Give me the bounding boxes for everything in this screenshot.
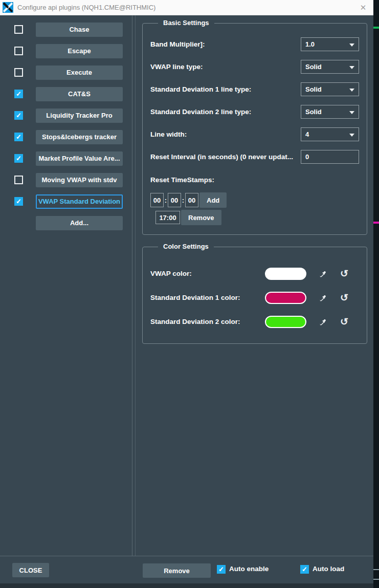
- sidebar-divider-2: [135, 15, 136, 556]
- color-settings-title: Color Settings: [158, 243, 214, 250]
- color-setting-label: VWAP color:: [150, 270, 192, 277]
- color-swatch[interactable]: [265, 268, 306, 280]
- chart-gray-line-1: [373, 569, 379, 570]
- plugin-button[interactable]: CAT&S: [36, 87, 123, 101]
- plugin-config-dialog: ChaseEscapeExecute✓CAT&S✓Liquidity Track…: [0, 15, 373, 583]
- setting-dropdown[interactable]: Solid: [301, 105, 359, 119]
- color-picker-icon[interactable]: [317, 316, 328, 328]
- sidebar-divider: [132, 15, 132, 556]
- chevron-down-icon: [349, 43, 354, 47]
- chevron-down-icon: [349, 111, 354, 114]
- auto-enable-label: Auto enable: [229, 565, 269, 573]
- chart-green-line: [373, 27, 379, 29]
- setting-label: Band Multiplier]:: [150, 40, 205, 48]
- window-title: Configure api plugins (NQH1.CME@RITHMIC): [17, 4, 155, 11]
- auto-enable-checkbox[interactable]: ✓: [217, 565, 226, 574]
- plugin-row: Chase: [0, 23, 132, 37]
- plugin-row: Escape: [0, 44, 132, 58]
- dropdown-value: Solid: [305, 108, 322, 116]
- background-chart-strip: [373, 0, 379, 588]
- setting-dropdown[interactable]: Solid: [301, 60, 359, 74]
- color-reset-icon[interactable]: ↺: [339, 268, 350, 279]
- setting-label: Standard Deviation 2 line type:: [150, 108, 251, 116]
- plugin-enabled-checkbox[interactable]: [14, 47, 23, 55]
- plugin-enabled-checkbox[interactable]: [14, 25, 23, 34]
- chart-gray-line-2: [373, 579, 379, 580]
- footer-divider: [0, 556, 373, 556]
- add-plugin-button[interactable]: Add...: [36, 216, 123, 230]
- input-value: 0: [305, 153, 309, 161]
- plugin-enabled-checkbox[interactable]: ✓: [14, 133, 23, 141]
- plugin-enabled-checkbox[interactable]: ✓: [14, 197, 23, 206]
- dropdown-value: Solid: [305, 85, 322, 93]
- plugin-button[interactable]: Market Profile Value Are...: [36, 151, 123, 166]
- timestamp-add-button[interactable]: Add: [199, 192, 227, 208]
- dropdown-value: Solid: [305, 63, 322, 71]
- colon-separator: :: [181, 197, 185, 204]
- chevron-down-icon: [349, 134, 354, 137]
- plugin-button[interactable]: Escape: [36, 44, 123, 58]
- plugin-button[interactable]: Chase: [36, 23, 123, 37]
- timestamp-existing-value[interactable]: 17:00: [155, 211, 180, 224]
- plugin-enabled-checkbox[interactable]: [14, 68, 23, 77]
- plugin-row: ✓Liquidity Tracker Pro: [0, 108, 132, 123]
- plugin-enabled-checkbox[interactable]: [14, 176, 23, 184]
- plugin-button[interactable]: Stops&Icebergs tracker: [36, 130, 123, 144]
- plugin-button[interactable]: Moving VWAP with stdv: [36, 173, 123, 187]
- setting-label: VWAP line type:: [150, 63, 203, 71]
- dropdown-value: 4: [305, 130, 309, 138]
- background-bottom-strip: [0, 583, 373, 588]
- setting-dropdown[interactable]: Solid: [301, 82, 359, 96]
- timestamp-minute-input[interactable]: 00: [168, 193, 181, 207]
- color-setting-label: Standard Deviation 1 color:: [150, 294, 240, 301]
- plugin-row: Moving VWAP with stdv: [0, 173, 132, 187]
- color-picker-icon[interactable]: [317, 268, 328, 279]
- plugin-button[interactable]: Liquidity Tracker Pro: [36, 108, 123, 123]
- timestamp-entry-row: 00 : 00 : 00 Add: [150, 192, 227, 208]
- timestamp-existing-row: 17:00 Remove: [155, 210, 221, 225]
- color-setting-label: Standard Deviation 2 color:: [150, 318, 240, 325]
- setting-dropdown[interactable]: 1.0: [301, 37, 359, 51]
- auto-load-checkbox[interactable]: ✓: [300, 565, 309, 574]
- setting-label: Line width:: [150, 130, 187, 138]
- app-icon: [3, 2, 13, 13]
- window-close-icon[interactable]: ✕: [357, 0, 369, 15]
- plugin-enabled-checkbox[interactable]: ✓: [14, 90, 23, 98]
- setting-label: Reset Interval (in seconds) (0 never upd…: [150, 153, 293, 161]
- title-bar: Configure api plugins (NQH1.CME@RITHMIC)…: [0, 0, 373, 15]
- color-swatch[interactable]: [265, 316, 306, 328]
- basic-settings-title: Basic Settings: [158, 19, 214, 27]
- timestamp-remove-button[interactable]: Remove: [181, 210, 221, 225]
- colon-separator: :: [164, 197, 168, 204]
- auto-load-label: Auto load: [313, 565, 344, 573]
- plugin-row: Execute: [0, 66, 132, 80]
- remove-plugin-button[interactable]: Remove: [143, 563, 211, 578]
- chevron-down-icon: [349, 66, 354, 69]
- color-picker-icon[interactable]: [317, 292, 328, 303]
- chart-magenta-line: [373, 222, 379, 224]
- plugin-enabled-checkbox[interactable]: ✓: [14, 154, 23, 163]
- color-reset-icon[interactable]: ↺: [339, 316, 350, 327]
- color-swatch[interactable]: [265, 292, 306, 304]
- plugin-enabled-checkbox[interactable]: ✓: [14, 111, 23, 120]
- plugin-row: ✓Stops&Icebergs tracker: [0, 130, 132, 144]
- plugin-button[interactable]: VWAP Standard Deviation: [36, 194, 123, 209]
- plugin-row: ✓Market Profile Value Are...: [0, 151, 132, 166]
- close-button[interactable]: CLOSE: [12, 563, 49, 577]
- color-settings-group: Color Settings VWAP color:↺Standard Devi…: [142, 247, 367, 344]
- chevron-down-icon: [349, 89, 354, 92]
- timestamp-hour-input[interactable]: 00: [150, 193, 164, 207]
- reset-timestamps-label: Reset TimeStamps:: [150, 176, 214, 184]
- plugin-row: ✓CAT&S: [0, 87, 132, 101]
- setting-label: Standard Deviation 1 line type:: [150, 85, 251, 93]
- plugin-row: ✓VWAP Standard Deviation: [0, 194, 132, 209]
- setting-input[interactable]: 0: [301, 150, 359, 164]
- setting-dropdown[interactable]: 4: [301, 127, 359, 141]
- timestamp-second-input[interactable]: 00: [185, 193, 198, 207]
- color-reset-icon[interactable]: ↺: [339, 292, 350, 303]
- basic-settings-group: Basic Settings Band Multiplier]:1.0VWAP …: [142, 23, 367, 235]
- dropdown-value: 1.0: [305, 40, 315, 48]
- plugin-button[interactable]: Execute: [36, 66, 123, 80]
